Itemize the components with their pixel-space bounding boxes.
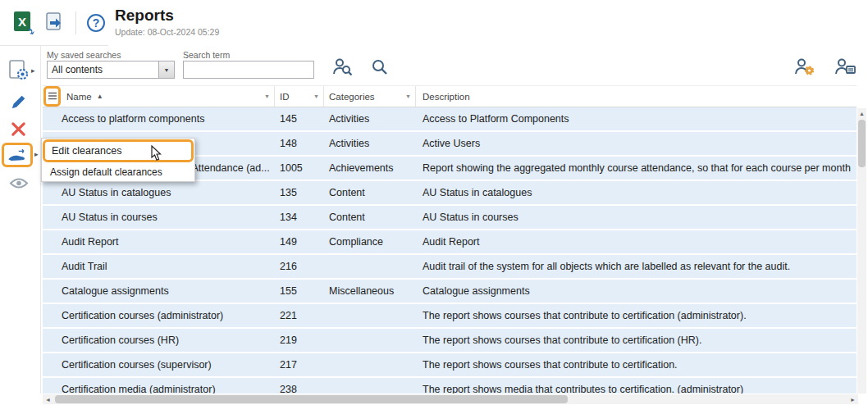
hand-icon (7, 147, 28, 164)
cell-id: 134 (275, 212, 324, 223)
delete-x-icon (11, 121, 26, 139)
cell-name: Certification courses (supervisor) (43, 359, 275, 371)
context-menu: Edit clearances Assign default clearance… (41, 138, 195, 182)
table-menu-icon[interactable] (48, 91, 57, 102)
chevron-down-icon[interactable]: ▼ (158, 61, 174, 78)
help-button[interactable]: ? (87, 14, 105, 32)
cell-id: 221 (275, 310, 324, 321)
saved-searches-label: My saved searches (47, 50, 121, 60)
column-label: Categories (329, 92, 375, 102)
column-header-categories[interactable]: Categories ▼ (324, 86, 416, 107)
clearances-button[interactable] (7, 147, 28, 164)
menu-item-assign-default-clearances[interactable]: Assign default clearances (42, 163, 194, 181)
cell-id: 135 (275, 187, 324, 198)
user-gear-icon (793, 57, 815, 80)
search-term-input[interactable] (183, 61, 314, 79)
cell-description: Audit trail of the system for all object… (416, 261, 857, 272)
title-block: Reports Update: 08-Oct-2024 05:29 (115, 7, 219, 37)
cell-id: 1005 (275, 162, 324, 174)
cell-name: Catalogue assignments (43, 285, 275, 297)
svg-text:X: X (18, 15, 26, 29)
cell-name: AU Status in catalogues (43, 187, 275, 198)
cell-categories: Activities (324, 113, 416, 125)
table-row[interactable]: Certification courses (administrator) 22… (43, 304, 857, 327)
filter-chevron-icon[interactable]: ▼ (405, 93, 411, 99)
user-settings-button[interactable] (793, 57, 815, 80)
table-row[interactable]: Certification courses (supervisor) 217 T… (43, 353, 857, 376)
column-header-id[interactable]: ID ▼ (275, 86, 324, 107)
export-icon (43, 11, 65, 35)
export-report-button[interactable] (43, 11, 65, 35)
divider (75, 11, 76, 34)
cell-name: Certification media (administrator) (43, 384, 275, 394)
scroll-left-icon[interactable]: ◄ (43, 394, 53, 404)
action-sidebar: ▸ (0, 46, 41, 394)
menu-item-label: Edit clearances (52, 145, 121, 157)
cell-name: Certification courses (HR) (43, 334, 275, 346)
cell-name: Certification courses (administrator) (43, 310, 275, 321)
edit-button[interactable] (10, 93, 28, 113)
cell-id: 145 (275, 113, 324, 125)
search-icon (371, 58, 389, 79)
page-title: Reports (115, 7, 219, 25)
help-icon: ? (87, 14, 105, 32)
cell-description: Audit Report (416, 236, 857, 248)
preview-button[interactable] (9, 177, 29, 192)
search-toolbar: My saved searches All contents ▼ Search … (0, 47, 868, 85)
report-options-button[interactable] (7, 59, 30, 84)
search-button[interactable] (371, 58, 389, 79)
chevron-right-icon[interactable]: ▸ (31, 66, 35, 75)
excel-icon: X (11, 10, 36, 37)
cell-description: Access to Platform Components (416, 113, 857, 125)
cell-id: 216 (275, 261, 324, 272)
column-header-description[interactable]: Description (416, 86, 857, 107)
table-row[interactable]: Certification media (administrator) 238 … (43, 378, 857, 394)
sort-asc-icon: ▲ (97, 93, 103, 100)
cell-description: The report shows media that contributes … (416, 384, 857, 394)
search-users-button[interactable] (331, 57, 353, 80)
cell-id: 149 (275, 236, 324, 248)
filter-chevron-icon[interactable]: ▼ (264, 93, 270, 99)
column-label: Description (423, 92, 470, 102)
table-row[interactable]: AU Status in catalogues 135 Content AU S… (43, 181, 857, 204)
table-row[interactable]: Catalogue assignments 155 Miscellaneous … (43, 280, 857, 303)
cell-description: The report shows courses that contribute… (416, 359, 857, 371)
table-row[interactable]: Audit Report 149 Compliance Audit Report (43, 230, 857, 253)
search-term-label: Search term (183, 50, 230, 60)
update-timestamp: Update: 08-Oct-2024 05:29 (115, 27, 219, 37)
table-row[interactable]: Access to platform components 145 Activi… (43, 107, 857, 130)
user-print-button[interactable] (834, 57, 857, 80)
scroll-right-icon[interactable]: ► (847, 394, 858, 404)
horizontal-scrollbar-thumb[interactable] (55, 395, 568, 403)
scroll-up-icon[interactable]: ▲ (857, 108, 866, 119)
cell-categories: Achievements (324, 162, 416, 174)
column-header-name[interactable]: Name ▲ ▼ (43, 86, 275, 107)
menu-item-edit-clearances[interactable]: Edit clearances (43, 139, 194, 162)
cell-id: 238 (275, 384, 324, 394)
saved-searches-select[interactable]: All contents ▼ (47, 61, 175, 79)
cell-name: Access to platform components (43, 113, 275, 125)
column-label: Name (66, 92, 92, 102)
vertical-scrollbar-thumb[interactable] (858, 120, 866, 167)
excel-export-button[interactable]: X (11, 10, 36, 37)
cell-description: Catalogue assignments (416, 285, 857, 297)
cell-description: Active Users (416, 138, 857, 149)
vertical-scrollbar[interactable]: ▲ (857, 108, 866, 394)
delete-button[interactable] (11, 121, 26, 139)
table-row[interactable]: Certification courses (HR) 219 The repor… (43, 329, 857, 352)
cursor-icon (150, 145, 162, 166)
cell-id: 155 (275, 285, 324, 297)
filter-chevron-icon[interactable]: ▼ (313, 93, 319, 99)
saved-searches-value: All contents (48, 64, 158, 75)
horizontal-scrollbar[interactable]: ◄ ► (43, 394, 858, 404)
chevron-right-icon[interactable]: ▸ (34, 150, 39, 158)
table-row[interactable]: Audit Trail 216 Audit trail of the syste… (43, 255, 857, 278)
eye-icon (9, 177, 29, 192)
table-menu-highlight-box (43, 86, 61, 107)
reports-screen: X ? Reports Update: 08-Oct-2024 05:29 My… (0, 0, 868, 405)
cell-categories: Compliance (324, 236, 416, 248)
cell-categories: Content (324, 212, 416, 223)
cell-name: AU Status in courses (43, 212, 275, 223)
cell-description: The report shows courses that contribute… (416, 310, 857, 321)
table-row[interactable]: AU Status in courses 134 Content AU Stat… (43, 206, 857, 229)
